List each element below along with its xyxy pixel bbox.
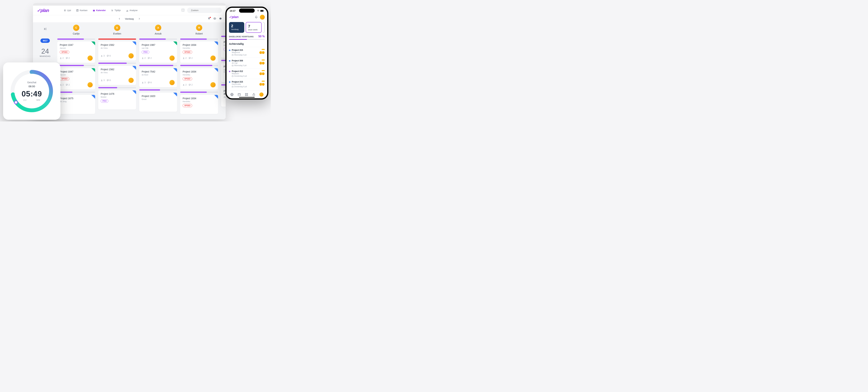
tab-kanban[interactable]: Kanban [74, 8, 90, 13]
timer-knob[interactable] [14, 100, 18, 104]
tag-prio: PRIO [142, 51, 149, 54]
globe-icon[interactable] [230, 93, 234, 96]
search-input[interactable] [191, 9, 220, 12]
tag-prio: PRIO [101, 99, 108, 103]
extensions-button[interactable] [219, 17, 222, 21]
card-title: Project 1834 [183, 97, 216, 100]
comment-icon [107, 55, 109, 57]
tab-list-label: Lijst [67, 9, 71, 12]
desktop-app-window: ✓plan Lijst Kanban Kalender Tijdlijn Ana… [33, 3, 226, 119]
status-dot [229, 50, 230, 51]
card-corner [214, 68, 218, 72]
status-icons [257, 10, 264, 12]
column-Carlijn: C Carlijn Project 1047 Janzen SPOED 2 2 … [57, 25, 95, 119]
bell-icon[interactable] [255, 15, 258, 19]
card-corner [173, 93, 177, 96]
tab-list[interactable]: Lijst [61, 8, 73, 13]
shuffle-button[interactable] [43, 27, 47, 31]
timer-label: Geschat [27, 81, 36, 84]
next-day-button[interactable] [138, 18, 140, 20]
stopwatch-icon[interactable] [252, 93, 255, 96]
statcard-today[interactable]: 2 Vandaag [229, 22, 244, 33]
svg-rect-13 [232, 76, 233, 77]
card-subtitle: Janzen [60, 74, 93, 76]
statcard-week-value: 7 [248, 24, 259, 29]
column-name: Carlijn [73, 32, 80, 35]
visibility-button[interactable] [213, 17, 216, 21]
svg-rect-17 [245, 93, 246, 94]
svg-rect-19 [245, 95, 246, 96]
project-card[interactable]: Pr… Konin… PRI [221, 39, 226, 58]
card-progress [57, 65, 95, 66]
project-card[interactable]: Project 4829 Jacobs [221, 88, 226, 107]
tag-spoed: SPOED [60, 51, 69, 54]
column-name: Robert [195, 32, 203, 35]
card-assignee-avatar [210, 82, 216, 88]
project-card[interactable]: Project 1675 de Jong [57, 95, 95, 114]
overdue-item[interactable]: Project-315 Weghorst Woensdag 5 juli [229, 47, 265, 58]
card-subtitle: Groot [142, 98, 175, 100]
card-assignee-avatar [169, 80, 175, 85]
phone-stat-cards: 2 Vandaag 7 Deze week [226, 21, 267, 34]
bottombar-avatar[interactable] [259, 93, 264, 97]
today-label[interactable]: Vandaag [125, 18, 134, 20]
project-card[interactable]: Project 1834 Hendriks SPOED 2 2 [180, 41, 218, 63]
column-avatar: R [196, 25, 202, 31]
card-uploads: 2 [183, 84, 187, 86]
phone-logo: ✓plan [229, 15, 241, 20]
project-card[interactable]: Project 1834 Hendriks SPOED 2 2 [180, 68, 218, 90]
card-progress [57, 92, 95, 93]
item-avatars [260, 83, 265, 86]
card-comments: 6 [107, 55, 111, 57]
card-footer: 2 2 [60, 56, 93, 61]
status-dot [229, 60, 230, 62]
filter-button[interactable] [208, 17, 210, 21]
project-card[interactable]: Project 1476 Mulder PRIO [98, 90, 136, 109]
card-progress [180, 92, 218, 93]
project-card[interactable]: Project 1834 Hendriks SPOED [180, 95, 218, 114]
grid-icon[interactable] [245, 93, 248, 96]
project-card[interactable]: Project 1562 de Vries 3 6 [98, 66, 136, 85]
project-card[interactable]: Project 1562 de Vries 3 6 [98, 41, 136, 61]
calendar-small-icon [232, 65, 234, 66]
overdue-item[interactable]: Project-315 Geertruida Donderdag 6 juli [229, 79, 265, 89]
project-card[interactable]: Project 1987 van Dijk PRIO 2 2 [139, 41, 177, 63]
item-title: Project-315 [232, 49, 258, 51]
fullscreen-icon[interactable] [182, 9, 184, 12]
statcard-next-peek[interactable] [263, 22, 265, 33]
card-footer: 2 2 [60, 82, 93, 88]
phone-user-avatar[interactable] [260, 15, 265, 20]
tab-analyse[interactable]: Analyse [124, 8, 140, 13]
project-card[interactable]: Project 1047 Janzen SPOED 2 2 [57, 41, 95, 63]
project-card[interactable]: Project 1820 Groot [139, 93, 177, 112]
item-subtitle: Geertruida [232, 83, 258, 85]
prev-day-button[interactable] [119, 18, 120, 20]
overdue-item[interactable]: Project-308 de Ligt Woensdag 5 juli [229, 58, 265, 68]
statcard-week[interactable]: 7 Deze week [246, 22, 261, 33]
search-box[interactable] [187, 8, 222, 13]
upload-icon [101, 55, 103, 57]
card-comments: 2 [148, 57, 152, 59]
phone-notch [239, 8, 255, 13]
card-footer: 3 6 [101, 78, 134, 83]
calendar-icon[interactable] [238, 93, 241, 96]
statcard-week-label: Deze week [248, 29, 259, 31]
comment-icon [189, 84, 191, 86]
svg-rect-14 [232, 86, 233, 88]
column-partial: Pr… Konin… PRI Pr… van d… Project 4829 J… [221, 25, 226, 119]
card-title: Project 1562 [101, 43, 134, 46]
board: W17 24 MAANDAG C Carlijn Project 1047 Ja… [33, 23, 226, 119]
item-date: Donderdag 6 juli [232, 86, 258, 88]
tab-calendar[interactable]: Kalender [91, 8, 108, 13]
tab-timeline[interactable]: Tijdlijn [109, 8, 123, 13]
overdue-item[interactable]: Project-312 Maatsen Donderdag 6 juli [229, 68, 265, 79]
project-card[interactable]: Project 1047 Janzen SPOED 2 2 [57, 68, 95, 90]
card-progress [221, 84, 226, 86]
battery-icon [260, 10, 264, 12]
timer-unit-hours: UU [23, 99, 27, 101]
project-card[interactable]: Pr… van d… [221, 63, 226, 82]
calendar-small-icon [232, 75, 234, 77]
card-title: Project 1675 [60, 97, 93, 100]
priority-pill [261, 70, 265, 71]
project-card[interactable]: Project 7542 de Boer 3 6 [139, 68, 177, 87]
